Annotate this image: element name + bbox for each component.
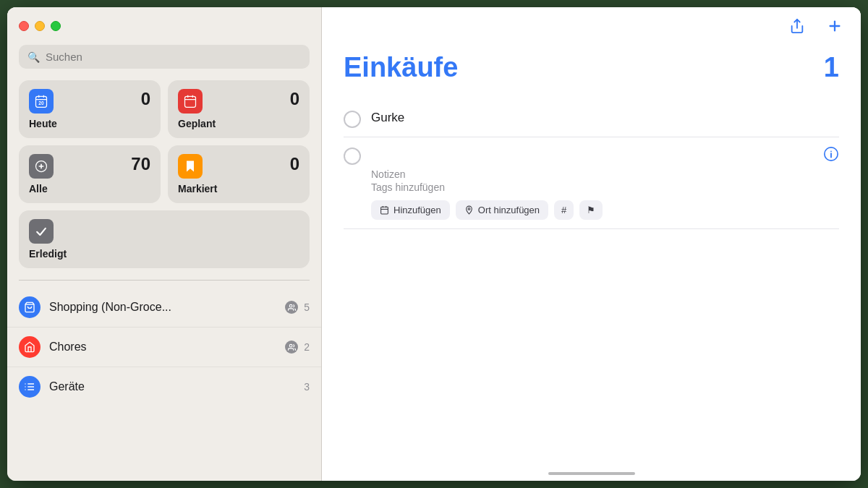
todo-gurke-circle[interactable]	[344, 111, 361, 128]
shopping-list-icon	[19, 296, 41, 318]
erledigt-row: Erledigt	[7, 210, 321, 275]
todo-actions: Hinzufügen Ort hinzufügen #	[371, 200, 839, 220]
left-panel: 🔍 20 0 Heu	[7, 7, 322, 481]
todo-item-gurke: Gurke	[344, 100, 839, 137]
right-content: Einkäufe 1 Gurke	[322, 45, 861, 466]
chores-list-name: Chores	[49, 341, 276, 354]
detail-count: 1	[824, 52, 839, 83]
geraete-list-icon	[19, 376, 41, 398]
close-button[interactable]	[19, 21, 29, 31]
minimize-button[interactable]	[35, 21, 45, 31]
alle-label: Alle	[29, 183, 150, 194]
ort-label: Ort hinzufügen	[478, 205, 540, 215]
flag-icon: ⚑	[587, 205, 595, 215]
titlebar	[7, 7, 321, 45]
maximize-button[interactable]	[51, 21, 61, 31]
erledigt-icon	[29, 219, 54, 244]
list-item-geraete[interactable]: Geräte 3	[7, 367, 321, 406]
heute-label: Heute	[29, 118, 150, 129]
right-toolbar	[322, 7, 861, 45]
shopping-list-meta: 5	[285, 301, 310, 314]
shopping-shared-icon	[285, 301, 298, 314]
chores-list-meta: 2	[285, 341, 310, 354]
svg-rect-27	[381, 207, 388, 214]
list-title-row: Einkäufe 1	[344, 52, 839, 83]
geplant-label: Geplant	[178, 118, 299, 129]
shopping-list-count: 5	[304, 301, 310, 313]
home-bar	[548, 472, 635, 475]
add-button[interactable]	[823, 14, 846, 38]
erledigt-label: Erledigt	[29, 248, 299, 260]
alle-icon	[29, 154, 54, 179]
ort-button[interactable]: Ort hinzufügen	[456, 200, 548, 220]
geplant-icon	[178, 89, 203, 114]
flag-button[interactable]: ⚑	[579, 200, 603, 220]
svg-rect-5	[185, 96, 196, 107]
markiert-card[interactable]: 0 Markiert	[168, 145, 310, 203]
alle-count: 70	[131, 154, 150, 174]
info-button[interactable]	[823, 146, 839, 166]
chores-list-count: 2	[304, 341, 310, 353]
list-item-chores[interactable]: Chores 2	[7, 328, 321, 367]
tag-icon: #	[561, 205, 566, 215]
geplant-count: 0	[290, 89, 299, 109]
list-item-shopping[interactable]: Shopping (Non-Groce... 5	[7, 288, 321, 328]
shopping-list-name: Shopping (Non-Groce...	[49, 301, 276, 314]
geplant-card[interactable]: 0 Geplant	[168, 80, 310, 138]
right-panel: Einkäufe 1 Gurke	[322, 7, 861, 481]
smart-lists-grid: 20 0 Heute	[7, 80, 321, 210]
todo-new-content: Notizen Tags hinzufügen Hinzufügen	[371, 146, 839, 220]
erledigt-card[interactable]: Erledigt	[19, 210, 310, 268]
geraete-list-meta: 3	[304, 381, 310, 393]
chores-list-icon	[19, 336, 41, 358]
svg-point-14	[289, 344, 292, 347]
markiert-count: 0	[290, 154, 299, 174]
tag-button[interactable]: #	[554, 200, 574, 220]
todo-new-input[interactable]	[371, 149, 823, 163]
lists-container: Shopping (Non-Groce... 5	[7, 288, 321, 481]
search-icon: 🔍	[27, 51, 40, 63]
heute-card[interactable]: 20 0 Heute	[19, 80, 161, 138]
share-button[interactable]	[786, 14, 809, 38]
search-bar[interactable]: 🔍	[19, 45, 310, 69]
geraete-list-count: 3	[304, 381, 310, 393]
markiert-label: Markiert	[178, 183, 299, 194]
todo-new-item: Notizen Tags hinzufügen Hinzufügen	[344, 137, 839, 229]
heute-icon: 20	[29, 89, 54, 114]
todo-gurke-text: Gurke	[371, 109, 839, 125]
svg-text:20: 20	[38, 100, 44, 106]
svg-point-13	[289, 304, 292, 307]
alle-card[interactable]: 70 Alle	[19, 145, 161, 203]
divider	[19, 280, 310, 281]
todo-tags-placeholder: Tags hinzufügen	[371, 181, 839, 193]
chores-shared-icon	[285, 341, 298, 354]
hinzufuegen-label: Hinzufügen	[393, 205, 441, 215]
todo-new-top	[371, 146, 839, 166]
home-indicator	[322, 466, 861, 481]
search-input[interactable]	[46, 51, 301, 63]
geraete-list-name: Geräte	[49, 380, 295, 393]
hinzufuegen-button[interactable]: Hinzufügen	[371, 200, 450, 220]
todo-notes-placeholder: Notizen	[371, 168, 839, 180]
list-title: Einkäufe	[344, 52, 458, 83]
svg-point-31	[468, 208, 470, 210]
todo-new-circle[interactable]	[344, 147, 361, 165]
heute-count: 0	[141, 89, 150, 109]
app-window: 🔍 20 0 Heu	[7, 7, 861, 481]
markiert-icon	[178, 154, 203, 179]
